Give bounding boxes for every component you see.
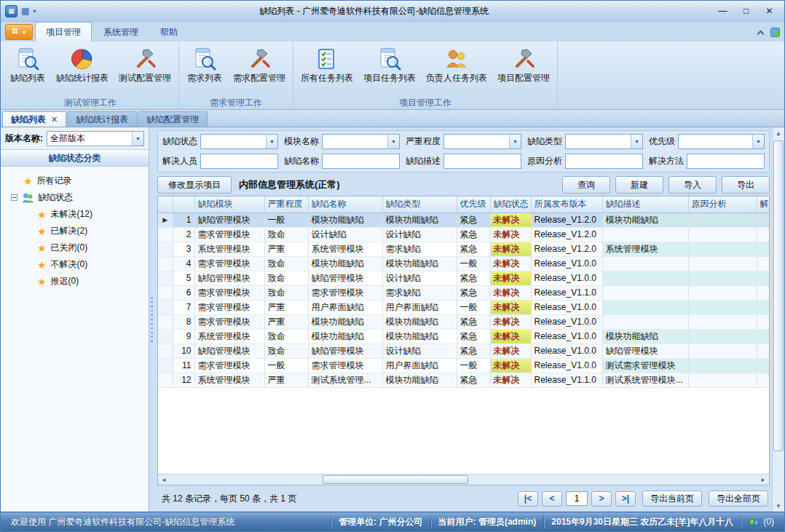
ribbon-button-3-2[interactable]: 项目任务列表 — [359, 45, 420, 84]
app-menu-button[interactable]: ▾ — [5, 24, 33, 40]
table-row[interactable]: 9系统管理模块致命模块功能缺陷模块功能缺陷紧急未解决Release_V1.0.0… — [158, 329, 769, 344]
chevron-down-icon[interactable]: ▼ — [509, 135, 521, 148]
filter-combo-r1-2[interactable]: ▼ — [322, 134, 400, 149]
ribbon-button-3-3[interactable]: 负责人任务列表 — [422, 45, 492, 84]
filter-field[interactable] — [323, 155, 399, 167]
chevron-down-icon[interactable]: ▼ — [752, 135, 764, 148]
table-row[interactable]: 6需求管理模块致命需求管理模块需求缺陷紧急未解决Release_V1.1.0 — [158, 285, 769, 300]
ribbon-button-1-3[interactable]: 测试配置管理 — [114, 45, 175, 84]
scroll-left-icon[interactable]: ◄ — [158, 475, 170, 485]
tree-item-7[interactable]: ★推迟(0) — [37, 273, 146, 290]
table-row[interactable]: 5缺陷管理模块致命缺陷管理模块设计缺陷紧急未解决Release_V1.0.0 — [158, 271, 769, 285]
export-button[interactable]: 导出 — [722, 176, 770, 194]
maximize-button[interactable]: □ — [735, 4, 757, 19]
column-header-7[interactable]: 所属发布版本 — [531, 196, 602, 213]
quick-access-icon[interactable]: ▦ — [21, 6, 29, 16]
doc-tab-2[interactable]: 缺陷统计报表 — [67, 111, 137, 127]
page-number-input[interactable] — [566, 491, 588, 506]
import-button[interactable]: 导入 — [668, 176, 717, 194]
table-row[interactable]: 4需求管理模块致命模块功能缺陷模块功能缺陷一般未解决Release_V1.0.0 — [158, 256, 769, 271]
collapse-icon[interactable] — [11, 194, 17, 201]
filter-input-r2-1[interactable] — [200, 154, 278, 169]
tree-item-6[interactable]: ★不解决(0) — [37, 256, 146, 273]
next-page-button[interactable]: > — [591, 491, 612, 507]
scroll-down-icon[interactable]: ▼ — [773, 500, 784, 512]
tree-item-2[interactable]: 缺陷状态 — [11, 189, 146, 206]
doc-tab-1[interactable]: 缺陷列表✕ — [2, 111, 66, 127]
chevron-down-icon[interactable]: ▼ — [132, 132, 143, 146]
vscroll-thumb[interactable] — [773, 140, 784, 451]
last-page-button[interactable]: >| — [615, 491, 636, 507]
query-button[interactable]: 查询 — [562, 176, 610, 194]
doc-tab-3[interactable]: 缺陷配置管理 — [138, 111, 208, 127]
table-row[interactable]: 12系统管理模块严重测试系统管理...模块功能缺陷紧急未解决Release_V1… — [158, 373, 769, 387]
chevron-down-icon[interactable]: ▼ — [631, 135, 642, 148]
filter-field[interactable] — [444, 155, 521, 167]
export-all-pages-button[interactable]: 导出全部页 — [709, 491, 768, 507]
ribbon-button-1-2[interactable]: 缺陷统计报表 — [52, 45, 113, 84]
filter-combo-r1-1[interactable]: ▼ — [200, 134, 278, 149]
filter-field[interactable] — [444, 135, 509, 148]
sidebar-splitter[interactable] — [149, 127, 154, 512]
filter-combo-r1-4[interactable]: ▼ — [565, 134, 643, 149]
filter-field[interactable] — [323, 135, 387, 148]
table-row[interactable]: ▶1缺陷管理模块一般模块功能缺陷模块功能缺陷紧急未解决Release_V1.2.… — [158, 213, 769, 227]
table-row[interactable]: 3系统管理模块严重系统管理模块需求缺陷紧急未解决Release_V1.2.0系统… — [158, 242, 769, 256]
horizontal-scrollbar[interactable]: ◄ ► — [158, 474, 769, 485]
filter-field[interactable] — [566, 135, 631, 148]
ribbon-button-1-1[interactable]: 缺陷列表 — [5, 45, 50, 84]
column-header-9[interactable]: 原因分析 — [688, 196, 757, 213]
table-row[interactable]: 10缺陷管理模块致命缺陷管理模块设计缺陷紧急未解决Release_V1.0.0缺… — [158, 344, 769, 358]
ribbon-button-2-2[interactable]: 需求配置管理 — [229, 45, 290, 84]
modify-columns-button[interactable]: 修改显示项目 — [157, 176, 232, 194]
collapse-ribbon-icon[interactable] — [757, 31, 765, 38]
filter-field[interactable] — [679, 135, 752, 148]
filter-input-r2-4[interactable] — [565, 154, 643, 169]
column-header-5[interactable]: 优先级 — [457, 196, 490, 213]
filter-field[interactable] — [687, 155, 764, 167]
scroll-right-icon[interactable]: ► — [757, 475, 769, 485]
ribbon-tab-2[interactable]: 系统管理 — [93, 23, 149, 41]
filter-input-r2-2[interactable] — [322, 154, 400, 169]
column-header-10[interactable]: 解决 — [757, 196, 769, 213]
skin-selector-icon[interactable] — [770, 28, 780, 37]
filter-field[interactable] — [201, 155, 277, 167]
tree-item-4[interactable]: ★已解决(2) — [37, 223, 146, 239]
filter-combo-r1-5[interactable]: ▼ — [678, 134, 765, 149]
column-header-4[interactable]: 缺陷类型 — [382, 196, 457, 213]
scroll-up-icon[interactable]: ▲ — [773, 127, 784, 139]
first-page-button[interactable]: |< — [518, 491, 538, 507]
filter-field[interactable] — [201, 135, 266, 148]
column-header-3[interactable]: 缺陷名称 — [308, 196, 382, 213]
table-row[interactable]: 2需求管理模块致命设计缺陷设计缺陷紧急未解决Release_V1.2.0 — [158, 227, 769, 242]
tree-item-5[interactable]: ★已关闭(0) — [37, 239, 146, 256]
column-header-1[interactable]: 缺陷模块 — [194, 196, 264, 213]
close-tab-icon[interactable]: ✕ — [51, 115, 58, 124]
table-row[interactable]: 7需求管理模块严重用户界面缺陷用户界面缺陷一般未解决Release_V1.0.0 — [158, 300, 769, 314]
version-combobox[interactable]: 全部版本 ▼ — [47, 131, 144, 146]
table-row[interactable]: 8需求管理模块严重模块功能缺陷模块功能缺陷紧急未解决Release_V1.0.0 — [158, 314, 769, 329]
filter-field[interactable] — [566, 155, 642, 167]
tree-item-3[interactable]: ★未解决(12) — [37, 206, 146, 223]
hscroll-thumb[interactable] — [323, 475, 468, 484]
chevron-down-icon[interactable]: ▼ — [266, 135, 277, 148]
new-button[interactable]: 新建 — [615, 176, 663, 194]
ribbon-button-3-4[interactable]: 项目配置管理 — [493, 45, 554, 84]
vertical-scrollbar[interactable]: ▲ ▼ — [772, 127, 784, 512]
column-header-6[interactable]: 缺陷状态 — [490, 196, 531, 213]
close-button[interactable]: ✕ — [759, 4, 780, 19]
export-current-page-button[interactable]: 导出当前页 — [642, 491, 702, 507]
table-row[interactable]: 11需求管理模块一般需求管理模块用户界面缺陷一般未解决Release_V1.0.… — [158, 358, 769, 373]
column-header-2[interactable]: 严重程度 — [264, 196, 308, 213]
tree-item-1[interactable]: ★所有记录 — [11, 172, 146, 189]
minimize-button[interactable]: — — [712, 4, 733, 19]
filter-input-r2-3[interactable] — [443, 154, 521, 169]
ribbon-tab-3[interactable]: 帮助 — [150, 23, 188, 41]
column-header-8[interactable]: 缺陷描述 — [602, 196, 688, 213]
prev-page-button[interactable]: < — [542, 491, 562, 507]
ribbon-button-3-1[interactable]: 所有任务列表 — [296, 45, 358, 84]
ribbon-tab-1[interactable]: 项目管理 — [35, 22, 92, 41]
chevron-down-icon[interactable]: ▼ — [387, 135, 399, 148]
ribbon-button-2-1[interactable]: 需求列表 — [182, 45, 227, 84]
filter-combo-r1-3[interactable]: ▼ — [443, 134, 521, 149]
